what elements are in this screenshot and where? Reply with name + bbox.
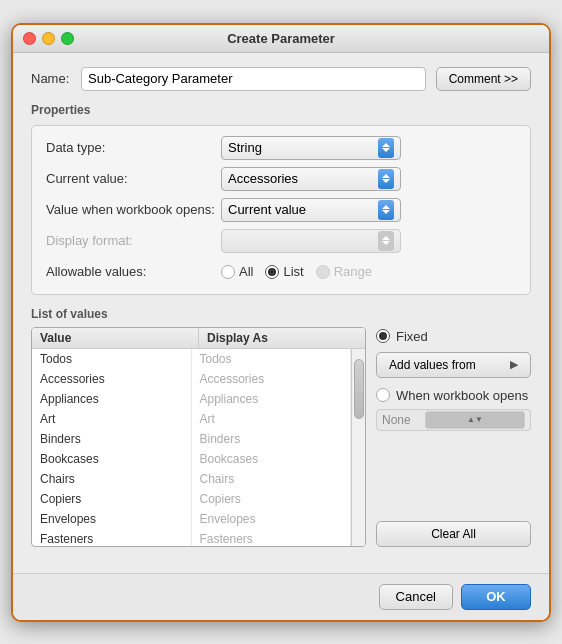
data-type-value: String [228,140,378,155]
radio-list-label: List [283,264,303,279]
clear-all-button[interactable]: Clear All [376,521,531,547]
spacer [376,437,531,515]
current-value-row: Current value: Accessories [46,167,516,191]
name-row: Name: Comment >> [31,67,531,91]
maximize-button[interactable] [61,32,74,45]
allowable-values-label: Allowable values: [46,264,221,279]
none-select-arrow-icon: ▲▼ [425,411,525,429]
list-item[interactable]: Envelopes [32,509,191,529]
data-type-arrow-icon [378,138,394,158]
col-header-display: Display As [199,328,365,348]
add-values-label: Add values from [389,358,476,372]
scrollbar-thumb [354,359,364,419]
fixed-radio-circle [376,329,390,343]
list-value-col: TodosAccessoriesAppliancesArtBindersBook… [32,349,192,546]
list-controls: Fixed Add values from ▶ When workbook op… [376,327,531,547]
name-input[interactable] [81,67,426,91]
list-table-header: Value Display As [32,328,365,349]
window-title: Create Parameter [227,31,335,46]
add-values-arrow-icon: ▶ [510,358,518,371]
when-opens-radio-circle[interactable] [376,388,390,402]
minimize-button[interactable] [42,32,55,45]
list-area: Value Display As TodosAccessoriesApplian… [31,327,531,547]
workbook-opens-label: Value when workbook opens: [46,202,221,217]
radio-list-circle [265,265,279,279]
data-type-label: Data type: [46,140,221,155]
allowable-values-row: Allowable values: All List Range [46,260,516,284]
footer: Cancel OK [13,573,549,620]
list-section-label: List of values [31,307,531,321]
window: Create Parameter Name: Comment >> Proper… [11,23,551,622]
workbook-opens-row: Value when workbook opens: Current value [46,198,516,222]
titlebar: Create Parameter [13,25,549,53]
current-value-value: Accessories [228,171,378,186]
current-value-select[interactable]: Accessories [221,167,401,191]
titlebar-buttons [23,32,74,45]
none-label: None [382,413,411,427]
data-type-row: Data type: String [46,136,516,160]
list-item[interactable]: Binders [32,429,191,449]
workbook-opens-arrow-icon [378,200,394,220]
data-type-select[interactable]: String [221,136,401,160]
none-select[interactable]: None ▲▼ [376,409,531,431]
fixed-radio-item[interactable]: Fixed [376,329,531,344]
radio-range-label: Range [334,264,372,279]
display-format-select[interactable] [221,229,401,253]
list-item[interactable]: Todos [32,349,191,369]
display-format-row: Display format: [46,229,516,253]
list-section: List of values Value Display As TodosAcc… [31,307,531,547]
current-value-label: Current value: [46,171,221,186]
cancel-button[interactable]: Cancel [379,584,453,610]
list-item-display: Accessories [192,369,351,389]
when-opens-row: When workbook opens [376,388,531,403]
list-item[interactable]: Bookcases [32,449,191,469]
radio-range[interactable]: Range [316,264,372,279]
scrollbar-track[interactable] [351,349,365,546]
list-item[interactable]: Art [32,409,191,429]
list-item-display: Copiers [192,489,351,509]
list-item[interactable]: Copiers [32,489,191,509]
list-item[interactable]: Appliances [32,389,191,409]
list-item-display: Appliances [192,389,351,409]
list-table-body: TodosAccessoriesAppliancesArtBindersBook… [32,349,365,546]
list-item-display: Envelopes [192,509,351,529]
list-item-display: Binders [192,429,351,449]
radio-all-circle [221,265,235,279]
list-item-display: Chairs [192,469,351,489]
comment-button[interactable]: Comment >> [436,67,531,91]
close-button[interactable] [23,32,36,45]
radio-all-label: All [239,264,253,279]
list-item-display: Todos [192,349,351,369]
current-value-arrow-icon [378,169,394,189]
col-header-value: Value [32,328,199,348]
list-item[interactable]: Accessories [32,369,191,389]
name-label: Name: [31,71,71,86]
list-display-col: TodosAccessoriesAppliancesArtBindersBook… [192,349,352,546]
radio-all[interactable]: All [221,264,253,279]
fixed-radio-label: Fixed [396,329,428,344]
radio-range-circle [316,265,330,279]
list-item[interactable]: Fasteners [32,529,191,546]
allowable-values-radio-group: All List Range [221,264,372,279]
display-format-label: Display format: [46,233,221,248]
list-item-display: Fasteners [192,529,351,546]
workbook-opens-select[interactable]: Current value [221,198,401,222]
workbook-opens-value: Current value [228,202,378,217]
add-values-button[interactable]: Add values from ▶ [376,352,531,378]
list-item-display: Bookcases [192,449,351,469]
when-opens-label: When workbook opens [396,388,528,403]
properties-label: Properties [31,103,531,117]
radio-list[interactable]: List [265,264,303,279]
list-item-display: Art [192,409,351,429]
properties-section: Data type: String Current value: Accesso… [31,125,531,295]
content-area: Name: Comment >> Properties Data type: S… [13,53,549,573]
ok-button[interactable]: OK [461,584,531,610]
list-table: Value Display As TodosAccessoriesApplian… [31,327,366,547]
display-format-arrow-icon [378,231,394,251]
list-item[interactable]: Chairs [32,469,191,489]
